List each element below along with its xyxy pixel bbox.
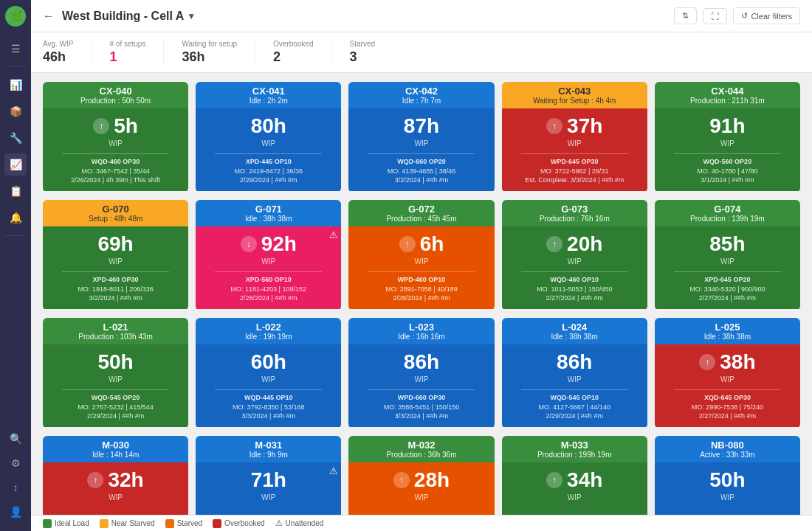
machine-id: CX-041 [202, 86, 335, 97]
card-body: 91h WIP WQD-560 OP20 MO: 40-1780 | 47/80… [655, 108, 800, 191]
machine-card-cx040[interactable]: CX-040 Production : 50h 50m ↑ 5h WIP WQD… [43, 82, 188, 192]
main-content: ← West Building - Cell A ▼ ⇅ ⛶ ↺ Clear f… [31, 0, 812, 531]
machine-id: G-072 [354, 204, 488, 215]
card-divider [62, 389, 169, 390]
wip-value: 85h [709, 232, 745, 256]
wip-label: WIP [568, 257, 582, 266]
card-body: ⚠ ↓ 92h WIP XPD-560 OP10 MO: 1181-4203 |… [196, 226, 341, 309]
card-divider [62, 153, 169, 154]
wip-value: 34h [567, 468, 602, 492]
machine-id: G-074 [661, 204, 794, 215]
sidebar-icon-list[interactable]: 📋 [4, 180, 27, 202]
wip-value: 38h [720, 350, 755, 374]
sidebar-icon-settings[interactable]: ⚙ [4, 452, 27, 474]
legend-starved-dot [165, 519, 174, 528]
card-divider [521, 153, 628, 154]
mo-info: XPD-560 OP10 MO: 1181-4203 | 109/152 2/2… [231, 275, 306, 303]
legend-near-starved: Near Starved [100, 519, 155, 528]
card-divider [215, 271, 322, 272]
wip-label: WIP [415, 375, 429, 384]
machine-card-cx043[interactable]: CX-043 Waiting for Setup : 4h 4m ↑ 37h W… [502, 82, 647, 192]
card-body: ↑ 5h WIP WQD-460 OP30 MO: 3467-7542 | 35… [43, 108, 188, 191]
sidebar-icon-box[interactable]: 📦 [4, 100, 27, 122]
machine-card-l023[interactable]: L-023 Idle : 16h 16m 86h WIP WPD-660 OP3… [348, 318, 494, 428]
wip-value: 5h [114, 114, 138, 138]
sidebar-icon-tools[interactable]: 🔧 [4, 127, 27, 149]
machine-card-l024[interactable]: L-024 Idle : 38h 38m 86h WIP WQD-545 OP1… [502, 318, 647, 428]
machine-id: M-032 [354, 440, 488, 451]
sort-icon: ⇅ [682, 11, 689, 21]
machine-card-g072[interactable]: G-072 Production : 45h 45m ↑ 6h WIP WPD-… [348, 200, 494, 310]
card-header: NB-080 Active : 33h 33m [655, 436, 800, 462]
wip-value: 69h [97, 232, 133, 256]
machine-card-g071[interactable]: G-071 Idle : 38h 38m ⚠ ↓ 92h WIP XPD-560… [196, 200, 341, 310]
machine-id: M-030 [49, 440, 182, 451]
machine-card-cx042[interactable]: CX-042 Idle : 7h 7m 87h WIP WQD-660 OP20… [348, 82, 494, 192]
card-header: G-070 Setup : 48h 48m [43, 200, 188, 226]
machine-card-g070[interactable]: G-070 Setup : 48h 48m 69h WIP XPD-460 OP… [43, 200, 188, 310]
clear-filters-button[interactable]: ↺ Clear filters [733, 7, 800, 24]
card-divider [368, 389, 475, 390]
machine-card-l022[interactable]: L-022 Idle : 19h 19m 60h WIP WQD-445 OP1… [196, 318, 341, 428]
machines-scroll-area[interactable]: CX-040 Production : 50h 50m ↑ 5h WIP WQD… [31, 73, 812, 531]
wip-row: ↓ 92h [241, 232, 297, 256]
machine-card-g073[interactable]: G-073 Production : 76h 16m ↑ 20h WIP WQD… [502, 200, 647, 310]
legend-near-starved-label: Near Starved [111, 519, 155, 527]
sidebar-icon-sort[interactable]: ↕ [4, 476, 27, 499]
machine-status: Setup : 48h 48m [49, 215, 182, 223]
card-header: CX-044 Production : 211h 31m [655, 82, 800, 108]
machine-status: Idle : 19h 19m [202, 333, 335, 341]
machine-id: L-025 [661, 322, 794, 333]
sidebar-icon-menu[interactable]: ☰ [4, 38, 27, 60]
card-divider [215, 389, 322, 390]
sidebar-icon-dashboard[interactable]: 📊 [4, 74, 27, 96]
legend: Ideal Load Near Starved Starved Overbook… [31, 515, 812, 531]
sidebar-icon-user[interactable]: 👤 [4, 501, 27, 523]
card-body: ↑ 20h WIP WQD-460 OP10 MO: 1011-5053 | 1… [502, 226, 647, 309]
machine-status: Idle : 2h 2m [202, 97, 335, 105]
stat-starved: Starved 3 [350, 40, 393, 65]
card-body: 50h WIP WQD-545 OP20 MO: 2767-5232 | 415… [43, 344, 188, 427]
card-header: G-071 Idle : 38h 38m [196, 200, 341, 226]
legend-starved: Starved [165, 519, 202, 528]
wip-label: WIP [415, 493, 429, 502]
sidebar-icon-search[interactable]: 🔍 [4, 428, 27, 450]
machine-card-l021[interactable]: L-021 Production : 103h 43m 50h WIP WQD-… [43, 318, 188, 428]
machine-status: Production : 76h 16m [508, 215, 641, 223]
wip-label: WIP [568, 139, 582, 148]
arrow-up-icon: ↑ [393, 472, 410, 488]
machine-status: Idle : 38h 38m [661, 333, 794, 341]
machine-status: Idle : 38h 38m [508, 333, 641, 341]
card-header: L-021 Production : 103h 43m [43, 318, 188, 344]
machine-status: Idle : 14h 14m [49, 451, 182, 459]
legend-ideal: Ideal Load [43, 519, 89, 528]
machine-card-cx044[interactable]: CX-044 Production : 211h 31m 91h WIP WQD… [655, 82, 800, 192]
wip-row: ↑ 34h [546, 468, 602, 492]
stat-overbooked-value: 2 [273, 49, 313, 65]
card-body: ↑ 38h WIP XQD-645 OP30 MO: 2990-7538 | 7… [655, 344, 800, 427]
machine-card-l025[interactable]: L-025 Idle : 38h 38m ↑ 38h WIP XQD-645 O… [655, 318, 800, 428]
wip-row: ↑ 37h [546, 114, 602, 138]
back-button[interactable]: ← [43, 10, 55, 23]
app-logo[interactable]: 🌿 [5, 6, 26, 27]
machine-status: Production : 199h 19m [508, 451, 641, 459]
wip-label: WIP [720, 257, 734, 266]
card-body: 87h WIP WQD-660 OP20 MO: 4139-4655 | 38/… [348, 108, 494, 191]
legend-ideal-dot [43, 519, 52, 528]
machine-card-g074[interactable]: G-074 Production : 139h 19m 85h WIP XPD-… [655, 200, 800, 310]
sidebar-icon-chart[interactable]: 📈 [4, 153, 27, 176]
sidebar-icon-bell[interactable]: 🔔 [4, 206, 27, 229]
machine-card-cx041[interactable]: CX-041 Idle : 2h 2m 80h WIP XPD-445 OP10… [196, 82, 341, 192]
mo-info: XPD-445 OP10 MO: 2419-8472 | 36/36 2/29/… [235, 157, 303, 185]
machine-id: M-033 [508, 440, 641, 451]
title-dropdown-icon[interactable]: ▼ [187, 11, 196, 21]
machine-status: Production : 211h 31m [661, 97, 794, 105]
wip-row: 86h [404, 350, 439, 374]
sort-button[interactable]: ⇅ [674, 7, 697, 24]
expand-button[interactable]: ⛶ [703, 8, 727, 24]
card-body: 69h WIP XPD-460 OP30 MO: 1918-8011 | 206… [43, 226, 188, 309]
card-body: ↑ 37h WIP WPD-645 OP30 MO: 3722-5962 | 2… [502, 108, 647, 191]
arrow-up-icon: ↑ [399, 236, 416, 252]
card-header: G-073 Production : 76h 16m [502, 200, 647, 226]
wip-value: 32h [108, 468, 143, 492]
